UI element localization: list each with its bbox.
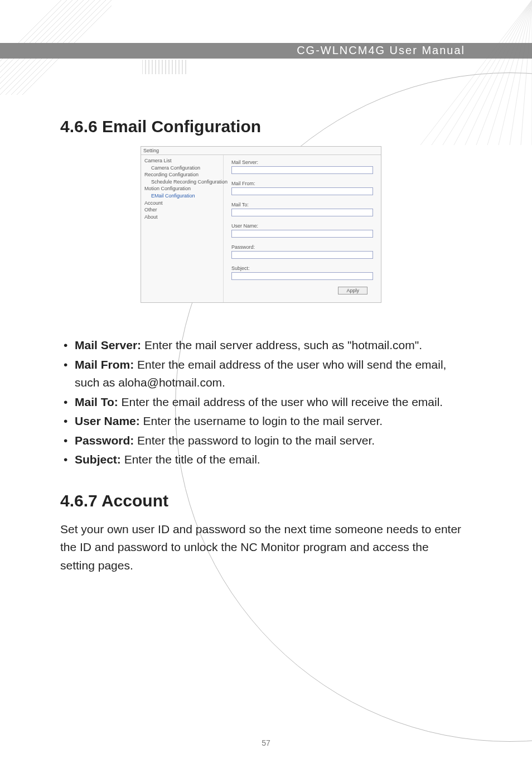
screenshot-title: Setting	[141, 147, 381, 155]
tree-node: Recording Configuration	[144, 171, 222, 178]
screenshot-email-config: Setting Camera List Camera Configuration…	[141, 146, 381, 303]
field-input	[231, 230, 373, 238]
tree-node: Camera Configuration	[144, 165, 222, 172]
field-input	[231, 272, 373, 280]
list-item: Password: Enter the password to login to…	[60, 432, 462, 450]
tree-node: Other	[144, 206, 222, 214]
tree-node: Account	[144, 200, 222, 207]
tree-node: About	[144, 214, 222, 221]
screenshot-tree: Camera List Camera Configuration Recordi…	[141, 155, 224, 302]
field-input	[231, 166, 373, 174]
bullet-list-email: Mail Server: Enter the mail server addre…	[60, 336, 462, 469]
page-number: 57	[0, 738, 532, 747]
screenshot-form: Mail Server: Mail From: Mail To: User Na…	[224, 155, 381, 302]
field-label: Mail Server:	[231, 160, 373, 165]
tree-node-active: EMail Configuration	[144, 192, 222, 200]
field-label: Password:	[231, 244, 373, 250]
tree-node: Motion Configuration	[144, 185, 222, 192]
field-input	[231, 209, 373, 216]
tree-node: Camera List	[144, 157, 222, 165]
field-input	[231, 251, 373, 259]
content: 4.6.6 Email Configuration Setting Camera…	[60, 117, 462, 574]
section-heading-account: 4.6.7 Account	[60, 491, 462, 510]
field-label: Mail To:	[231, 202, 373, 207]
list-item: Mail Server: Enter the mail server addre…	[60, 336, 462, 355]
field-label: Mail From:	[231, 181, 373, 186]
tree-node: Schedule Recording Configuration	[144, 178, 222, 186]
list-item: User Name: Enter the username to login t…	[60, 412, 462, 431]
field-input	[231, 187, 373, 195]
apply-button: Apply	[338, 287, 367, 294]
list-item: Mail From: Enter the email address of th…	[60, 356, 462, 392]
section-heading-email: 4.6.6 Email Configuration	[60, 117, 462, 136]
list-item: Mail To: Enter the email address of the …	[60, 393, 462, 412]
list-item: Subject: Enter the title of the email.	[60, 451, 462, 469]
account-paragraph: Set your own user ID and password so the…	[60, 520, 462, 575]
field-label: User Name:	[231, 223, 373, 229]
field-label: Subject:	[231, 265, 373, 271]
hatch-small	[142, 60, 192, 74]
